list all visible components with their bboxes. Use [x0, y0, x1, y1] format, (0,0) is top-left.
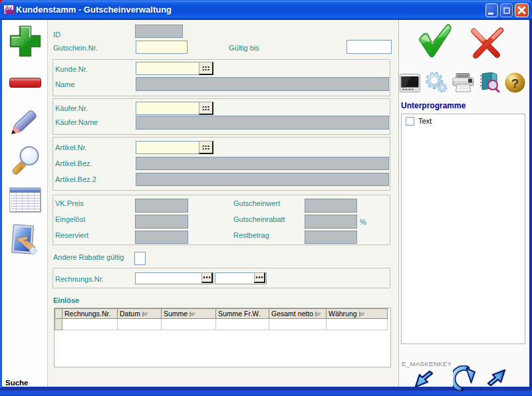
svg-text:Av: Av	[5, 5, 12, 11]
svg-text:?: ?	[511, 76, 519, 90]
